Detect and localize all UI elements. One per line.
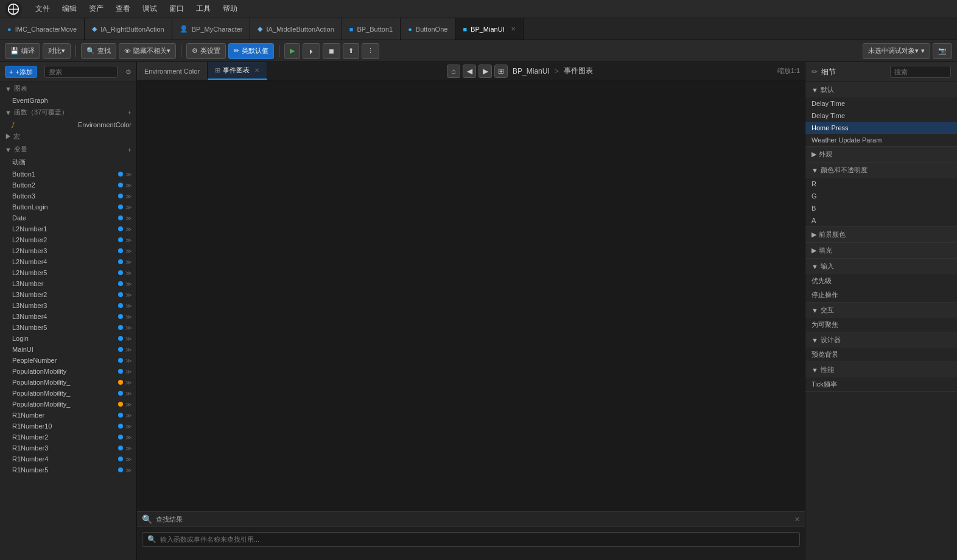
right-default-header[interactable]: ▼ 默认 <box>805 82 957 97</box>
var-l3n2[interactable]: L3Number2≫ <box>0 289 136 300</box>
right-prop-preview-bg[interactable]: 预览背景 <box>805 348 957 362</box>
var-login[interactable]: Login≫ <box>0 333 136 344</box>
right-prop-focusable[interactable]: 为可聚焦 <box>805 318 957 332</box>
menu-debug[interactable]: 调试 <box>136 1 163 16</box>
forward-nav-button[interactable]: ▶ <box>479 65 492 78</box>
var-button3[interactable]: Button3≫ <box>0 191 136 201</box>
right-appearance-header[interactable]: ▶ 外观 <box>805 147 957 162</box>
class-defaults-button[interactable]: ✏ 类默认值 <box>228 43 274 59</box>
tab-ia-middle[interactable]: ◆ IA_MiddleButtonAction <box>250 18 342 40</box>
var-pop3[interactable]: PopulationMobility_≫ <box>0 388 136 399</box>
add-function-icon[interactable]: + <box>128 109 131 116</box>
sidebar-item-eventgraph[interactable]: EventGraph <box>0 95 136 106</box>
tab-bp-mychar[interactable]: 👤 BP_MyCharacter <box>172 18 251 40</box>
canvas-tab-close-icon[interactable]: ✕ <box>254 67 259 74</box>
sidebar-item-animation[interactable]: 动画 <box>0 156 136 169</box>
right-fill-header[interactable]: ▶ 填充 <box>805 243 957 258</box>
variables-section-header[interactable]: ▼ 变量 + <box>0 143 136 156</box>
settings-icon[interactable]: ⚙ <box>125 68 131 76</box>
find-button[interactable]: 🔍 查找 <box>81 43 116 59</box>
right-prop-delaytime1[interactable]: Delay Time <box>805 97 957 110</box>
camera-button[interactable]: 📷 <box>933 43 952 59</box>
var-buttonlogin[interactable]: ButtonLogin≫ <box>0 201 136 212</box>
graph-section-header[interactable]: ▼ 图表 <box>0 82 136 95</box>
menu-tools[interactable]: 工具 <box>190 1 217 16</box>
canvas-tab-envcolor[interactable]: Environment Color <box>137 62 208 80</box>
var-l3n4[interactable]: L3Number4≫ <box>0 311 136 322</box>
right-prop-g[interactable]: G <box>805 190 957 202</box>
add-variable-icon[interactable]: + <box>128 146 131 153</box>
var-r1n10[interactable]: R1Number10≫ <box>0 421 136 432</box>
grid-nav-icon[interactable]: ⊞ <box>494 65 508 78</box>
var-l2n2[interactable]: L2Number2≫ <box>0 234 136 245</box>
var-r1n3[interactable]: R1Number3≫ <box>0 443 136 453</box>
var-date[interactable]: Date≫ <box>0 212 136 223</box>
var-l2n4[interactable]: L2Number4≫ <box>0 256 136 267</box>
bottom-panel-close-icon[interactable]: ✕ <box>794 516 800 523</box>
hide-button[interactable]: 👁 隐藏不相关▾ <box>119 43 176 59</box>
var-l2n5[interactable]: L2Number5≫ <box>0 267 136 278</box>
var-r1n[interactable]: R1Number≫ <box>0 410 136 421</box>
right-foreground-header[interactable]: ▶ 前景颜色 <box>805 227 957 242</box>
right-designer-header[interactable]: ▼ 设计器 <box>805 332 957 348</box>
canvas-tab-eventgraph[interactable]: ⊞ 事件图表 ✕ <box>208 62 267 80</box>
var-pop2[interactable]: PopulationMobility_≫ <box>0 377 136 388</box>
debug-object-button[interactable]: 未选中调试对象▾ ▾ <box>863 43 930 59</box>
right-prop-weatherupdate[interactable]: Weather Update Param <box>805 134 957 146</box>
stop-button[interactable]: ⏹ <box>323 43 340 59</box>
right-prop-priority[interactable]: 优先级 <box>805 274 957 288</box>
breadcrumb-root[interactable]: BP_MianUI <box>513 67 550 75</box>
right-prop-tick[interactable]: Tick频率 <box>805 377 957 391</box>
home-nav-icon[interactable]: ⌂ <box>447 65 460 78</box>
back-nav-button[interactable]: ◀ <box>463 65 476 78</box>
right-prop-b[interactable]: B <box>805 202 957 214</box>
var-l2n1[interactable]: L2Number1≫ <box>0 223 136 234</box>
var-l3n5[interactable]: L3Number5≫ <box>0 322 136 333</box>
var-button2[interactable]: Button2≫ <box>0 180 136 191</box>
var-mainui[interactable]: MainUI≫ <box>0 344 136 355</box>
play-button[interactable]: ▶ <box>284 43 300 59</box>
var-l3n[interactable]: L3Number≫ <box>0 278 136 289</box>
menu-edit[interactable]: 编辑 <box>56 1 83 16</box>
var-r1n5[interactable]: R1Number5≫ <box>0 464 136 475</box>
right-input-header[interactable]: ▼ 输入 <box>805 259 957 274</box>
var-button1[interactable]: Button1≫ <box>0 169 136 180</box>
var-r1n4[interactable]: R1Number4≫ <box>0 453 136 464</box>
var-l2n3[interactable]: L2Number3≫ <box>0 245 136 256</box>
right-prop-delaytime2[interactable]: Delay Time <box>805 110 957 122</box>
left-panel-search[interactable] <box>44 66 117 78</box>
right-interaction-header[interactable]: ▼ 交互 <box>805 303 957 318</box>
menu-help[interactable]: 帮助 <box>217 1 244 16</box>
macros-section-header[interactable]: ▶ 宏 <box>0 130 136 143</box>
tab-imc[interactable]: ● IMC_CharacterMove <box>0 18 85 40</box>
tab-ia-right[interactable]: ◆ IA_RightButtonAction <box>85 18 172 40</box>
tab-bp-mianui[interactable]: ■ BP_MianUI ✕ <box>455 18 523 40</box>
class-settings-button[interactable]: ⚙ 类设置 <box>186 43 226 59</box>
right-prop-stop[interactable]: 停止操作 <box>805 288 957 302</box>
right-color-header[interactable]: ▼ 颜色和不透明度 <box>805 163 957 178</box>
tab-buttonone[interactable]: ● ButtonOne <box>401 18 455 40</box>
menu-view[interactable]: 查看 <box>110 1 136 16</box>
tab-close-icon[interactable]: ✕ <box>511 26 516 32</box>
functions-section-header[interactable]: ▼ 函数（37可覆盖） + <box>0 106 136 119</box>
menu-window[interactable]: 窗口 <box>163 1 190 16</box>
bottom-search-input[interactable] <box>160 536 794 543</box>
right-prop-a[interactable]: A <box>805 214 957 226</box>
save-button[interactable]: 💾 编译 <box>5 43 40 59</box>
var-pop1[interactable]: PopulationMobility≫ <box>0 366 136 377</box>
upload-button[interactable]: ⬆ <box>343 43 359 59</box>
add-button[interactable]: + +添加 <box>5 66 37 78</box>
right-prop-homepress[interactable]: Home Press <box>805 122 957 134</box>
right-panel-search[interactable] <box>890 66 951 78</box>
var-pop4[interactable]: PopulationMobility_≫ <box>0 399 136 410</box>
var-l3n3[interactable]: L3Number3≫ <box>0 300 136 311</box>
right-perf-header[interactable]: ▼ 性能 <box>805 362 957 377</box>
tab-bp-button1[interactable]: ■ BP_Button1 <box>342 18 401 40</box>
sidebar-item-envcolor[interactable]: 𝑓 EnvironmentColor <box>0 119 136 130</box>
right-prop-r[interactable]: R <box>805 178 957 190</box>
more-button[interactable]: ⋮ <box>362 43 379 59</box>
var-peoplenumber[interactable]: PeopleNumber≫ <box>0 355 136 366</box>
step-button[interactable]: ⏵ <box>303 43 320 59</box>
menu-file[interactable]: 文件 <box>29 1 56 16</box>
var-r1n2[interactable]: R1Number2≫ <box>0 432 136 443</box>
